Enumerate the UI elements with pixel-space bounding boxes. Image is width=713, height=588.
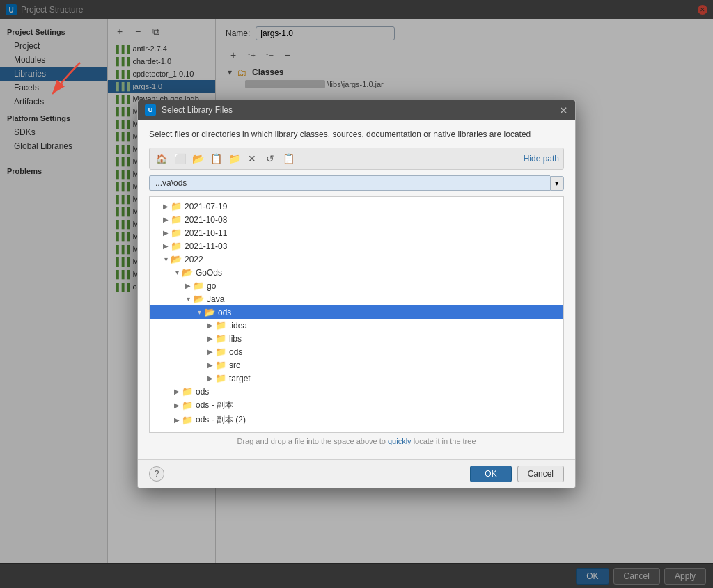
expand-icon: ▶ (205, 321, 215, 329)
new-folder-button[interactable]: 📁 (226, 151, 242, 166)
tree-item[interactable]: ▶ 📁 .idea (150, 319, 563, 332)
tree-item[interactable]: ▶ 📁 2021-11-03 (150, 239, 563, 253)
open-folder-button[interactable]: 📂 (190, 151, 205, 166)
folder-icon: 📂 (171, 254, 182, 264)
tree-item[interactable]: ▶ 📁 ods - 副本 (2) (150, 413, 563, 427)
folder-icon: 📁 (215, 360, 226, 370)
folder-icon: 📂 (182, 267, 193, 278)
modal-title: Select Library Files (162, 105, 233, 115)
folder-icon: 📁 (193, 280, 204, 291)
expand-icon: ▶ (205, 335, 215, 342)
expand-icon: ▶ (161, 216, 171, 223)
modal-hint: Drag and drop a file into the space abov… (149, 433, 564, 451)
folder-icon: 📂 (204, 307, 215, 317)
tree-item-selected[interactable]: ▾ 📂 ods (150, 305, 563, 319)
tree-item[interactable]: ▶ 📁 2021-10-11 (150, 226, 563, 239)
folder-icon: 📁 (215, 320, 226, 331)
tree-item[interactable]: ▶ 📁 target (150, 372, 563, 385)
hint-highlight: quickly (388, 437, 412, 445)
modal-path-input[interactable] (149, 175, 550, 191)
modal-path-bar: ▾ (149, 175, 564, 191)
modal-footer: ? OK Cancel (138, 459, 575, 488)
home-button[interactable]: 🏠 (154, 151, 169, 166)
folder-icon: 📁 (215, 333, 226, 344)
modal-body: Select files or directories in which lib… (138, 120, 575, 459)
modal-title-bar: U Select Library Files ✕ (138, 100, 575, 120)
modal-actions: OK Cancel (470, 466, 564, 482)
expand-icon: ▶ (161, 229, 171, 237)
folder-icon: 📂 (193, 294, 204, 304)
folder-icon: 📁 (171, 241, 182, 251)
refresh-button[interactable]: ↺ (263, 151, 278, 166)
tree-item[interactable]: ▶ 📁 ods (150, 345, 563, 358)
tree-item[interactable]: ▶ 📁 go (150, 279, 563, 292)
tree-item[interactable]: ▶ 📁 ods - 副本 (150, 398, 563, 413)
expand-icon: ▶ (205, 361, 215, 369)
hide-path-label[interactable]: Hide path (524, 154, 559, 164)
folder-icon: 📁 (171, 201, 182, 212)
tree-item[interactable]: ▶ 📁 2021-07-19 (150, 200, 563, 213)
modal-app-icon: U (145, 104, 156, 116)
list-view-button[interactable]: ⬜ (172, 151, 187, 166)
parent-folder-button[interactable]: 📋 (208, 151, 224, 166)
select-library-modal: U Select Library Files ✕ Select files or… (137, 100, 576, 488)
expand-icon: ▾ (194, 308, 204, 316)
expand-icon: ▶ (172, 416, 182, 424)
modal-ok-button[interactable]: OK (470, 466, 511, 482)
modal-file-tree: ▶ 📁 2021-07-19 ▶ 📁 2021-10-08 ▶ 📁 2021-1… (149, 196, 564, 433)
folder-icon: 📁 (171, 214, 182, 225)
folder-icon: 📁 (182, 400, 193, 411)
folder-icon: 📁 (171, 228, 182, 238)
expand-icon: ▾ (172, 269, 182, 276)
tree-item[interactable]: ▶ 📁 ods (150, 385, 563, 398)
modal-cancel-button[interactable]: Cancel (517, 466, 564, 482)
tree-item[interactable]: ▶ 📁 libs (150, 332, 563, 345)
expand-icon: ▾ (183, 295, 193, 303)
expand-icon: ▶ (205, 348, 215, 356)
tree-item[interactable]: ▶ 📁 2021-10-08 (150, 213, 563, 226)
folder-icon: 📁 (182, 386, 193, 397)
expand-icon: ▶ (205, 374, 215, 382)
expand-icon: ▶ (161, 242, 171, 250)
expand-icon: ▶ (161, 202, 171, 210)
modal-description: Select files or directories in which lib… (149, 128, 564, 141)
folder-icon: 📁 (182, 415, 193, 425)
modal-overlay: U Select Library Files ✕ Select files or… (0, 0, 713, 588)
tree-item[interactable]: ▾ 📂 GoOds (150, 266, 563, 279)
folder-icon: 📁 (215, 347, 226, 357)
modal-close-button[interactable]: ✕ (559, 105, 568, 116)
tree-item[interactable]: ▶ 📁 src (150, 358, 563, 372)
modal-path-dropdown[interactable]: ▾ (550, 176, 564, 191)
copy-path-button[interactable]: 📋 (281, 151, 296, 166)
expand-icon: ▶ (183, 282, 193, 289)
expand-icon: ▶ (172, 402, 182, 409)
tree-item[interactable]: ▾ 📂 Java (150, 292, 563, 305)
modal-help-button[interactable]: ? (149, 466, 164, 482)
delete-button[interactable]: ✕ (244, 151, 260, 166)
modal-file-toolbar: 🏠 ⬜ 📂 📋 📁 ✕ ↺ 📋 Hide path (149, 148, 564, 170)
expand-icon: ▶ (172, 388, 182, 395)
folder-icon: 📁 (215, 373, 226, 383)
tree-item[interactable]: ▾ 📂 2022 (150, 253, 563, 266)
expand-icon: ▾ (161, 255, 171, 263)
